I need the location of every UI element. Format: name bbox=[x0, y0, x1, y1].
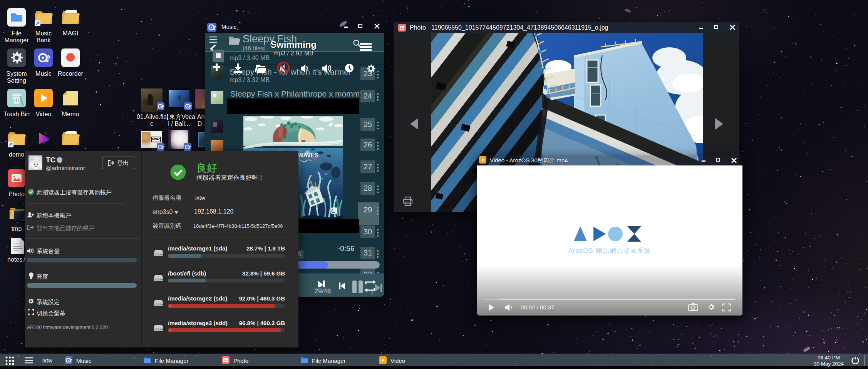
svg-text:1: 1 bbox=[370, 290, 374, 296]
